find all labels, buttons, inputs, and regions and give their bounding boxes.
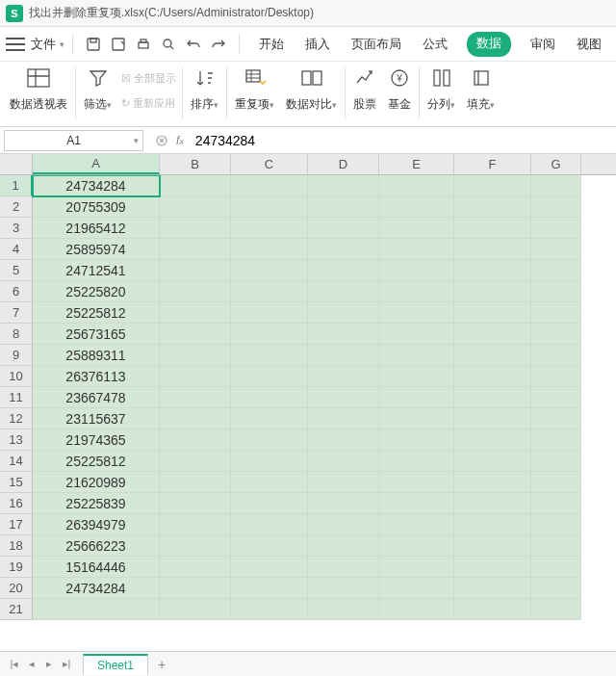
cell[interactable] [231,493,308,514]
cell[interactable] [160,302,231,324]
cell[interactable] [531,578,581,599]
cell[interactable] [231,387,308,408]
row-header[interactable]: 19 [0,557,33,578]
cell[interactable]: 26394979 [33,514,160,535]
tab-数据[interactable]: 数据 [467,32,511,57]
cell[interactable] [531,535,581,557]
row-header[interactable]: 12 [0,408,33,429]
cell[interactable] [531,514,581,535]
cancel-icon[interactable] [155,134,168,147]
cell[interactable]: 26376113 [33,366,160,387]
sheet-tab[interactable]: Sheet1 [83,654,148,675]
cell[interactable] [308,557,379,578]
cell[interactable]: 25225820 [33,281,160,302]
cell[interactable]: 25225839 [33,493,160,514]
cell[interactable] [308,324,379,345]
cell[interactable] [379,514,454,535]
file-menu[interactable]: 文件 [31,36,56,53]
cell[interactable]: 15164446 [33,557,160,578]
cell[interactable] [454,599,531,620]
cell[interactable] [531,324,581,345]
row-header[interactable]: 16 [0,493,33,514]
cell[interactable] [308,429,379,451]
row-header[interactable]: 11 [0,387,33,408]
cell[interactable] [160,535,231,557]
cell[interactable] [531,493,581,514]
cell[interactable] [379,599,454,620]
cell[interactable] [231,281,308,302]
cell[interactable] [531,408,581,429]
cell[interactable] [379,429,454,451]
ribbon-stock[interactable]: 股票 [347,65,382,113]
cell[interactable]: 25666223 [33,535,160,557]
cell[interactable] [379,302,454,324]
cell[interactable] [531,472,581,493]
col-header-A[interactable]: A [33,154,160,174]
cell[interactable] [454,493,531,514]
tab-页面布局[interactable]: 页面布局 [349,32,403,57]
cell[interactable] [308,514,379,535]
cell[interactable] [160,408,231,429]
cell[interactable] [308,472,379,493]
cell[interactable] [379,387,454,408]
cell[interactable] [231,429,308,451]
cell[interactable] [308,578,379,599]
formula-input[interactable] [192,130,616,151]
cell[interactable] [379,260,454,281]
row-header[interactable]: 17 [0,514,33,535]
cell[interactable] [379,196,454,218]
cell[interactable] [160,196,231,218]
cell[interactable] [454,260,531,281]
fx-icon[interactable]: fx [176,134,184,147]
cell[interactable] [454,514,531,535]
cell[interactable] [379,281,454,302]
cell[interactable]: 21974365 [33,429,160,451]
cell[interactable] [308,599,379,620]
col-header-F[interactable]: F [454,154,531,174]
ribbon-split[interactable]: 分列▾ [422,65,461,113]
cell[interactable] [160,345,231,366]
cell[interactable] [531,599,581,620]
row-header[interactable]: 9 [0,345,33,366]
select-all-corner[interactable] [0,154,33,174]
row-header[interactable]: 6 [0,281,33,302]
cell[interactable] [308,535,379,557]
cell[interactable] [531,239,581,260]
cell[interactable] [379,324,454,345]
cell[interactable] [531,175,581,196]
cell[interactable] [531,345,581,366]
row-header[interactable]: 8 [0,324,33,345]
cell[interactable] [531,451,581,472]
cell[interactable] [308,387,379,408]
ribbon-filter[interactable]: 筛选▾ [78,65,117,113]
cell[interactable] [454,578,531,599]
cell[interactable]: 25673165 [33,324,160,345]
cell[interactable] [308,239,379,260]
cell[interactable] [531,281,581,302]
row-header[interactable]: 18 [0,535,33,557]
ribbon-compare[interactable]: 数据对比▾ [280,65,343,113]
cell[interactable] [231,196,308,218]
cell[interactable] [231,557,308,578]
save-icon[interactable] [85,36,102,53]
cell[interactable] [160,175,231,196]
cell[interactable]: 24734284 [33,175,160,196]
row-header[interactable]: 7 [0,302,33,324]
cell[interactable] [454,302,531,324]
cell[interactable] [231,345,308,366]
cell[interactable]: 25225812 [33,302,160,324]
ribbon-duplicates[interactable]: 重复项▾ [229,65,280,113]
ribbon-pivot[interactable]: 数据透视表 [4,65,73,113]
cell[interactable] [231,260,308,281]
cell[interactable]: 24712541 [33,260,160,281]
cell[interactable] [308,260,379,281]
row-header[interactable]: 13 [0,429,33,451]
sheet-nav-first[interactable]: |◂ [6,658,23,670]
cell[interactable] [454,387,531,408]
cell[interactable] [231,472,308,493]
cell[interactable] [454,557,531,578]
cell[interactable] [379,345,454,366]
cell[interactable]: 25225812 [33,451,160,472]
cell[interactable] [379,535,454,557]
menu-icon[interactable] [6,38,25,51]
